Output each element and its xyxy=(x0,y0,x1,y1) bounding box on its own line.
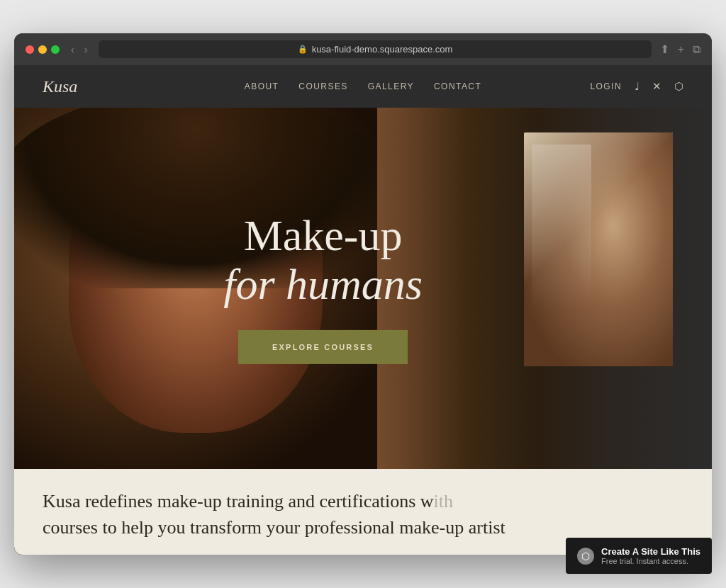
hero-secondary-image xyxy=(524,132,673,366)
tabs-icon[interactable]: ⧉ xyxy=(693,43,700,56)
back-button[interactable]: ‹ xyxy=(68,43,77,57)
share-icon[interactable]: ⬆ xyxy=(660,43,669,56)
navigation: Kusa ABOUT COURSES GALLERY CONTACT LOGIN… xyxy=(14,65,712,108)
nav-link-gallery[interactable]: GALLERY xyxy=(368,81,414,91)
minimize-button[interactable] xyxy=(38,45,47,54)
bottom-text: Kusa redefines make-up training and cert… xyxy=(43,489,683,541)
nav-link-contact[interactable]: CONTACT xyxy=(434,81,481,91)
url-text: kusa-fluid-demo.squarespace.com xyxy=(312,44,453,55)
tiktok-icon[interactable]: ♩ xyxy=(635,80,640,93)
nav-link-courses[interactable]: COURSES xyxy=(298,81,347,91)
instagram-icon[interactable]: ⬡ xyxy=(674,80,683,93)
nav-links: ABOUT COURSES GALLERY CONTACT xyxy=(203,81,523,91)
fullscreen-button[interactable] xyxy=(51,45,60,54)
website-content: Kusa ABOUT COURSES GALLERY CONTACT LOGIN… xyxy=(14,65,712,555)
close-button[interactable] xyxy=(26,45,34,54)
browser-chrome: ‹ › 🔒 kusa-fluid-demo.squarespace.com ⬆ … xyxy=(14,33,712,65)
bottom-text-fade: ith xyxy=(434,491,453,511)
badge-text: Create A Site Like This Free trial. Inst… xyxy=(601,546,700,565)
badge-subtitle: Free trial. Instant access. xyxy=(601,557,700,565)
twitter-icon[interactable]: ✕ xyxy=(652,80,661,93)
forward-button[interactable]: › xyxy=(82,43,91,57)
hero-content: Make-up for humans EXPLORE COURSES xyxy=(223,213,423,364)
login-button[interactable]: LOGIN xyxy=(590,81,622,91)
site-logo[interactable]: Kusa xyxy=(43,77,203,96)
browser-controls: ‹ › xyxy=(68,43,90,57)
browser-actions: ⬆ + ⧉ xyxy=(660,43,700,56)
hero-secondary-image-content xyxy=(524,132,673,366)
browser-window: ‹ › 🔒 kusa-fluid-demo.squarespace.com ⬆ … xyxy=(14,33,712,555)
new-tab-icon[interactable]: + xyxy=(678,43,684,56)
badge-title: Create A Site Like This xyxy=(601,546,700,557)
bottom-text-line2: courses to help you transform your profe… xyxy=(43,517,506,538)
nav-link-about[interactable]: ABOUT xyxy=(245,81,279,91)
squarespace-badge[interactable]: ⬡ Create A Site Like This Free trial. In… xyxy=(566,538,712,574)
address-bar[interactable]: 🔒 kusa-fluid-demo.squarespace.com xyxy=(99,40,651,58)
bottom-text-line1: Kusa redefines make-up training and cert… xyxy=(43,491,434,511)
squarespace-logo-icon: ⬡ xyxy=(577,548,594,565)
hero-title-line2: for humans xyxy=(223,261,423,307)
nav-right: LOGIN ♩ ✕ ⬡ xyxy=(523,80,683,93)
hero-section: Make-up for humans EXPLORE COURSES xyxy=(14,108,712,469)
hero-title-line1: Make-up xyxy=(223,213,423,259)
explore-courses-button[interactable]: EXPLORE COURSES xyxy=(238,330,408,364)
traffic-lights xyxy=(26,45,60,54)
lock-icon: 🔒 xyxy=(298,45,308,54)
